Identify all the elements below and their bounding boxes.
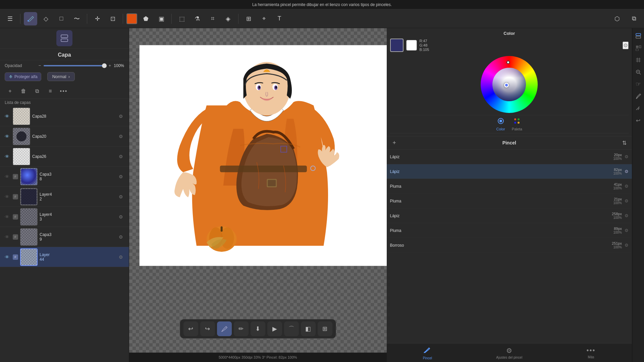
canvas-wrapper[interactable] [129,28,387,353]
layer-gear-layer43[interactable]: ⚙ [116,212,125,222]
redo-btn[interactable]: ↪ [200,321,215,336]
erase-mode-btn[interactable]: ◧ [301,321,316,336]
select-tool-btn[interactable]: ⬚ [175,12,189,25]
import-btn[interactable]: ⬇ [251,321,265,336]
color-wheel-container[interactable] [390,54,629,115]
layer-item[interactable]: 👁 F Layer44 ⚙ [0,247,129,267]
play-stop-btn[interactable]: ▶ [267,321,282,336]
duplicate-layer-btn[interactable]: ⧉ [32,86,42,97]
layer-view-toggle[interactable] [56,30,72,46]
main-color-swatch[interactable] [390,39,404,52]
lasso-btn[interactable]: ⌖ [257,12,271,25]
brush-item[interactable]: Pluma 41px 100% ⚙ [387,179,632,194]
layer-gear-capa39[interactable]: ⚙ [116,232,125,242]
palette-tab-btn[interactable]: Paleta [512,117,522,131]
copy-merge-btn[interactable]: ⊞ [242,12,255,25]
transform-tool-btn[interactable]: ⊡ [106,12,119,25]
rect-tool-btn[interactable]: □ [55,12,68,25]
layer-gear-layer44[interactable]: ⚙ [116,252,125,262]
protect-alfa-btn[interactable]: Proteger alfa [5,72,41,81]
layer-gear-capa28[interactable]: ⚙ [116,112,125,121]
layer-item[interactable]: 👁 Capa20 ⚙ [0,126,129,146]
add-brush-btn[interactable]: + [390,138,399,147]
grid-mode-btn[interactable]: ⊞ [318,321,332,336]
color-selector-dot[interactable] [504,83,509,87]
layer-item[interactable]: 👁 Capa28 ⚙ [0,106,129,126]
erase-btn[interactable]: ◈ [221,12,235,25]
layer-item[interactable]: 👁 F Layer43 ⚙ [0,207,129,227]
secondary-color-swatch[interactable] [406,40,417,51]
delete-layer-btn[interactable]: 🗑 [18,86,29,97]
brush-settings-btn[interactable]: ⚙ [625,184,629,189]
opacity-slider[interactable] [44,65,106,66]
fill-tool-btn[interactable]: ◇ [39,12,53,25]
opacity-decrease-btn[interactable]: − [39,63,41,68]
hexagon-btn[interactable]: ⬡ [610,12,624,25]
layer-gear-layer42[interactable]: ⚙ [116,192,125,201]
opacity-increase-btn[interactable]: + [109,63,111,68]
grid-side-btn[interactable] [633,55,643,65]
move-tool-btn[interactable]: ✛ [91,12,104,25]
cursor-side-btn[interactable]: ☞ [633,79,643,89]
menu-btn[interactable]: ☰ [3,12,17,25]
brush-settings-btn[interactable]: ⚙ [625,154,629,159]
brush-tool-btn[interactable] [24,12,37,25]
layer-visibility-layer42[interactable]: 👁 [3,193,11,200]
pattern-btn[interactable]: ▣ [155,12,168,25]
layer-gear-capa38[interactable]: ⚙ [116,172,125,181]
smudge-tool-btn[interactable]: 〜 [70,12,84,25]
color-settings-btn[interactable]: ⚙ [623,42,629,49]
layer-visibility-layer43[interactable]: 👁 [3,213,11,221]
layer-item[interactable]: 👁 F Layer42 ⚙ [0,187,129,207]
layer-visibility-layer44[interactable]: 👁 [3,253,11,261]
layer-visibility-capa28[interactable]: 👁 [3,113,11,120]
gradient-fill-btn[interactable]: ⬟ [139,12,153,25]
zoom-side-btn[interactable] [633,67,643,77]
sort-brushes-btn[interactable]: ⇅ [620,138,629,147]
layer-item[interactable]: 👁 F Capa39 ⚙ [0,227,129,247]
add-layer-btn[interactable]: + [5,86,15,97]
hue-selector-dot[interactable] [506,61,510,64]
mas-bottom-tab-btn[interactable]: ••• Más [550,344,632,362]
layer-visibility-capa26[interactable]: 👁 [3,153,11,160]
blend-mode-btn[interactable]: Normal › [47,72,75,81]
pincel-bottom-tab-btn[interactable]: Pincel [387,344,469,362]
brush-side-btn[interactable] [633,91,643,101]
brush-mode-btn[interactable] [217,321,232,336]
brush-settings-btn[interactable]: ⚙ [625,243,629,248]
pen-mode-btn[interactable]: ✏ [234,321,249,336]
color-wheel[interactable] [481,56,538,113]
list-view-layers-btn[interactable]: ≡ [45,86,56,97]
brush-settings-btn[interactable]: ⚙ [625,198,629,203]
lasso-mode-btn[interactable]: ⌒ [284,321,299,336]
brush-settings-btn[interactable]: ⚙ [625,228,629,233]
undo-side-btn[interactable]: ↩ [633,115,643,125]
layers-side-btn[interactable] [633,31,643,41]
layer-gear-capa20[interactable]: ⚙ [116,132,125,141]
layer-item[interactable]: 👁 F Capa38 ⚙ [0,167,129,187]
pen-tool-btn[interactable]: ⌗ [206,12,219,25]
color-side-btn[interactable] [633,43,643,53]
canvas-image[interactable] [139,45,387,266]
color-wheel-inner[interactable] [492,68,526,101]
layer-visibility-capa39[interactable]: 👁 [3,233,11,241]
layer-item[interactable]: 👁 Capa26 ⚙ [0,146,129,167]
color-swatch-toolbar[interactable] [126,13,137,24]
undo-btn[interactable]: ↩ [183,321,198,336]
brush-settings-btn[interactable]: ⚙ [625,169,629,174]
brush-item[interactable]: Pluma 21px 100% ⚙ [387,194,632,208]
brush-item[interactable]: Pluma 89px 100% ⚙ [387,223,632,238]
layer-visibility-capa20[interactable]: 👁 [3,133,11,140]
brush-item[interactable]: Lápiz 20px 100% ⚙ [387,149,632,164]
opacity-slider-thumb[interactable] [102,63,107,68]
ajustes-bottom-tab-btn[interactable]: ⚙ Ajustes del pincel [468,344,550,362]
more-layers-btn[interactable]: ••• [58,86,69,97]
color-tab-btn[interactable]: Color [496,117,505,131]
layer-visibility-capa38[interactable]: 👁 [3,173,11,180]
brush-settings-btn[interactable]: ⚙ [625,213,629,218]
text-btn[interactable]: T [273,12,286,25]
brush-item[interactable]: Lápiz 258px 100% ⚙ [387,208,632,223]
brush-item[interactable]: Borroso 251px 100% ⚙ [387,238,632,253]
brush-item[interactable]: Lápiz 82px 100% ⚙ [387,164,632,179]
copy-side-btn[interactable] [633,103,643,113]
